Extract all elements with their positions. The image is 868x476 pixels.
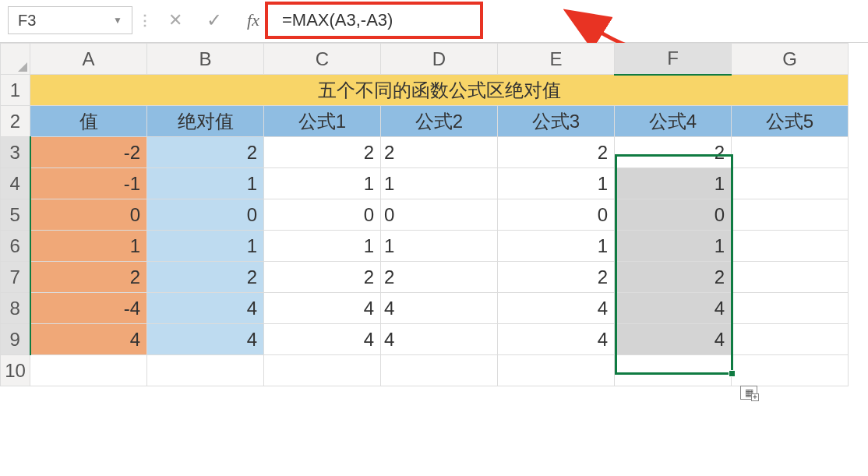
cell[interactable]: 2 [264,262,381,293]
formula-input[interactable] [273,6,860,34]
cell[interactable] [498,355,615,386]
col-header-C[interactable]: C [264,44,381,75]
col-header-G[interactable]: G [732,44,849,75]
fill-handle[interactable] [729,370,736,377]
dropdown-icon[interactable]: ▼ [113,15,122,26]
cell[interactable]: 2 [615,262,732,293]
formula-bar: F3 ▼ ⋮ ✕ ✓ fx [0,0,868,43]
col-header-D[interactable]: D [381,44,498,75]
cell[interactable] [381,355,498,386]
cell[interactable]: 0 [30,199,147,231]
autofill-options-icon[interactable]: ▦+ [740,386,757,400]
cell[interactable]: 1 [381,231,498,262]
cell[interactable]: 1 [498,168,615,199]
cell[interactable]: 4 [264,324,381,355]
cell[interactable]: 1 [381,168,498,199]
header-f4[interactable]: 公式4 [615,106,732,137]
name-box-value: F3 [18,12,36,30]
cell[interactable]: 1 [615,168,732,199]
title-cell[interactable]: 五个不同的函数公式区绝对值 [30,75,849,106]
select-all-corner[interactable] [1,44,30,75]
enter-button[interactable]: ✓ [195,6,234,34]
cell[interactable]: 2 [498,137,615,168]
cell[interactable]: 2 [147,137,264,168]
cell[interactable]: 1 [30,231,147,262]
row-header-9[interactable]: 9 [1,324,30,355]
row-header-5[interactable]: 5 [1,199,30,231]
cell[interactable]: 4 [498,324,615,355]
row-header-7[interactable]: 7 [1,262,30,293]
cell[interactable] [732,168,849,199]
header-f1[interactable]: 公式1 [264,106,381,137]
cell[interactable] [732,199,849,231]
row-header-2[interactable]: 2 [1,106,30,137]
header-val[interactable]: 值 [30,106,147,137]
header-f3[interactable]: 公式3 [498,106,615,137]
cell[interactable] [732,231,849,262]
cell[interactable]: -2 [30,137,147,168]
row-header-8[interactable]: 8 [1,293,30,324]
active-cell[interactable]: 2 [615,137,732,168]
cell[interactable] [732,324,849,355]
header-f2[interactable]: 公式2 [381,106,498,137]
col-header-A[interactable]: A [30,44,147,75]
cell[interactable]: 1 [615,231,732,262]
cell[interactable]: 1 [264,231,381,262]
cell[interactable]: 4 [615,324,732,355]
cell[interactable]: 2 [30,262,147,293]
cell[interactable]: 0 [147,199,264,231]
cell[interactable] [264,355,381,386]
col-header-F[interactable]: F [615,44,732,75]
cell[interactable]: 1 [264,168,381,199]
name-box[interactable]: F3 ▼ [8,6,132,34]
cell[interactable]: 1 [147,231,264,262]
cell[interactable] [147,355,264,386]
cell[interactable]: 1 [498,231,615,262]
cell[interactable] [732,293,849,324]
cell[interactable] [732,262,849,293]
row-header-4[interactable]: 4 [1,168,30,199]
fx-button[interactable]: fx [234,6,273,34]
spreadsheet-grid[interactable]: A B C D E F G 1 五个不同的函数公式区绝对值 2 值 绝对值 公式… [0,43,868,386]
cell[interactable]: 4 [147,293,264,324]
cell[interactable]: 4 [615,293,732,324]
cell[interactable]: -1 [30,168,147,199]
cell[interactable]: 1 [147,168,264,199]
cell[interactable]: 2 [498,262,615,293]
cell[interactable]: 2 [264,137,381,168]
row-header-6[interactable]: 6 [1,231,30,262]
cell[interactable]: 0 [381,199,498,231]
cell[interactable] [732,137,849,168]
row-header-3[interactable]: 3 [1,137,30,168]
col-header-B[interactable]: B [147,44,264,75]
col-header-E[interactable]: E [498,44,615,75]
cell[interactable]: 2 [381,137,498,168]
cancel-button[interactable]: ✕ [156,6,195,34]
cell[interactable]: 4 [381,293,498,324]
row-header-10[interactable]: 10 [1,355,30,386]
cell[interactable]: 4 [264,293,381,324]
header-f5[interactable]: 公式5 [732,106,849,137]
header-abs[interactable]: 绝对值 [147,106,264,137]
cell[interactable]: 0 [498,199,615,231]
cell[interactable]: 2 [147,262,264,293]
separator: ⋮ [132,12,156,29]
cell[interactable] [30,355,147,386]
cell[interactable]: -4 [30,293,147,324]
cell[interactable] [615,355,732,386]
cell[interactable]: 0 [264,199,381,231]
cell[interactable] [732,355,849,386]
cell[interactable]: 4 [30,324,147,355]
cell[interactable]: 0 [615,199,732,231]
cell[interactable]: 4 [147,324,264,355]
cell[interactable]: 4 [498,293,615,324]
cell[interactable]: 2 [381,262,498,293]
row-header-1[interactable]: 1 [1,75,30,106]
cell[interactable]: 4 [381,324,498,355]
